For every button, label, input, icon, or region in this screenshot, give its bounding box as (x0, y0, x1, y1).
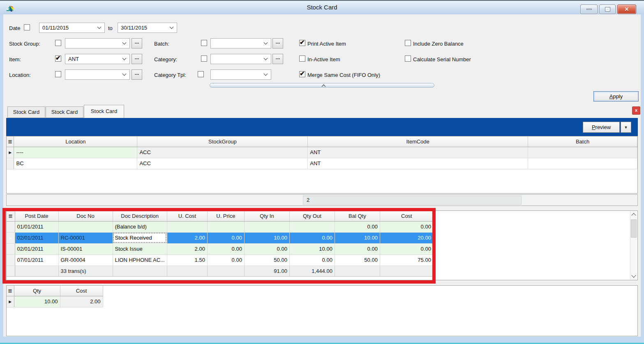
cell-doc-no[interactable]: RC-00001 (58, 232, 113, 243)
date-checkbox[interactable] (24, 24, 30, 30)
category-combo[interactable] (210, 54, 271, 64)
calculate-serial-number-checkbox[interactable] (405, 55, 411, 62)
cell-stockgroup[interactable]: ACC (137, 158, 308, 169)
minimize-button[interactable] (580, 5, 598, 14)
preview-button[interactable]: Preview (583, 122, 620, 133)
cell-location[interactable]: ---- (14, 147, 137, 158)
print-active-item-checkbox[interactable] (299, 40, 305, 46)
cell-cost[interactable]: 0.00 (380, 221, 433, 232)
cell-qty-out[interactable]: 0.00 (289, 254, 335, 266)
row-indicator[interactable] (7, 158, 14, 169)
location-checkbox[interactable] (55, 71, 61, 77)
item-checkbox[interactable] (55, 55, 61, 62)
cell-batch[interactable] (528, 158, 637, 169)
cell-post-date[interactable]: 01/01/2011 (15, 221, 58, 232)
print-active-item-label[interactable]: Print Active Item (307, 41, 346, 47)
grid-corner-icon[interactable]: ≣ (7, 211, 15, 221)
cell-u-cost[interactable]: 2.00 (167, 232, 207, 243)
date-from-combo[interactable]: 01/11/2015 (39, 23, 105, 33)
date-to-combo[interactable]: 30/11/2015 (118, 23, 177, 33)
include-zero-balance-label[interactable]: Include Zero Balance (413, 41, 464, 47)
cell-qty-in[interactable] (244, 221, 289, 232)
cell-doc-no[interactable]: IS-00001 (58, 243, 113, 254)
cell-bal-qty[interactable]: 0.00 (335, 243, 380, 254)
grid-corner-icon[interactable]: ≣ (7, 136, 14, 147)
cell-location[interactable]: BC (14, 158, 137, 169)
merge-same-cost-label[interactable]: Merge Same Cost (FIFO Only) (307, 72, 380, 78)
category-tpl-checkbox[interactable] (198, 71, 204, 77)
include-zero-balance-checkbox[interactable] (405, 40, 411, 46)
item-combo[interactable]: ANT (65, 54, 130, 64)
cell-post-date[interactable]: 07/01/2011 (15, 254, 58, 266)
column-header-location[interactable]: Location (14, 136, 137, 147)
in-active-item-label[interactable]: In-Active Item (307, 56, 340, 62)
grid-corner-icon[interactable]: ≣ (7, 286, 14, 296)
cell-post-date[interactable]: 02/01/2011 (15, 232, 58, 243)
column-header-qty[interactable]: Qty (14, 286, 60, 296)
cell-qty-in[interactable]: 0.00 (244, 243, 289, 254)
cell-itemcode[interactable]: ANT (308, 158, 528, 169)
row-indicator[interactable] (7, 221, 15, 232)
cell-bal-qty[interactable]: 50.00 (335, 254, 380, 266)
column-header-batch[interactable]: Batch (528, 136, 637, 147)
tab-stock-card-3-active[interactable]: Stock Card (84, 105, 124, 118)
column-header-cost[interactable]: Cost (60, 286, 103, 296)
cell-qty-out[interactable]: 0.00 (289, 232, 335, 243)
in-active-item-checkbox[interactable] (299, 55, 305, 62)
cell-qty-out[interactable]: 10.00 (289, 243, 335, 254)
close-button[interactable]: ✕ (617, 5, 636, 14)
cell-u-price[interactable]: 0.00 (207, 243, 244, 254)
tab-stock-card-1[interactable]: Stock Card (7, 106, 45, 118)
column-header-qty-out[interactable]: Qty Out (289, 211, 335, 221)
scroll-up-icon[interactable] (631, 213, 636, 217)
cell-bal-qty[interactable]: 0.00 (335, 221, 380, 232)
column-header-bal-qty[interactable]: Bal Qty (335, 211, 380, 221)
cell-doc-description[interactable]: LION HPHONE AC... (113, 254, 167, 266)
location-browse-button[interactable]: ... (132, 69, 142, 80)
tab-stock-card-2[interactable]: Stock Card (46, 106, 83, 118)
stock-group-browse-button[interactable]: ... (132, 38, 142, 48)
apply-button[interactable]: Apply (593, 91, 639, 102)
column-header-itemcode[interactable]: ItemCode (308, 136, 528, 147)
column-header-u-price[interactable]: U. Price (207, 211, 244, 221)
cell-bal-qty[interactable]: 10.00 (335, 232, 380, 243)
cell-batch[interactable] (528, 147, 637, 158)
cell-itemcode[interactable]: ANT (308, 147, 528, 158)
column-header-u-cost[interactable]: U. Cost (167, 211, 207, 221)
column-header-doc-no[interactable]: Doc No (58, 211, 113, 221)
column-header-stockgroup[interactable]: StockGroup (137, 136, 308, 147)
tab-close-button[interactable]: x (632, 106, 640, 115)
location-combo[interactable] (65, 69, 130, 80)
cell-cost[interactable]: 2.00 (60, 296, 103, 307)
cell-qty-in[interactable]: 10.00 (244, 232, 289, 243)
cell-u-cost[interactable]: 2.00 (167, 243, 207, 254)
stock-group-checkbox[interactable] (55, 40, 61, 46)
cell-doc-no[interactable]: GR-00004 (58, 254, 113, 266)
cell-doc-description[interactable]: Stock Received (113, 232, 167, 243)
merge-same-cost-checkbox[interactable] (299, 71, 305, 77)
cell-stockgroup[interactable]: ACC (137, 147, 308, 158)
calculate-serial-number-label[interactable]: Calculate Serial Number (413, 56, 471, 62)
batch-browse-button[interactable]: ... (272, 38, 283, 48)
category-tpl-combo[interactable] (210, 69, 271, 80)
cell-cost[interactable]: 0.00 (380, 243, 433, 254)
cell-qty-out[interactable] (289, 221, 335, 232)
batch-combo[interactable] (210, 38, 271, 48)
column-header-cost[interactable]: Cost (380, 211, 433, 221)
column-header-post-date[interactable]: Post Date (15, 211, 58, 221)
cell-cost[interactable]: 75.00 (380, 254, 433, 266)
cell-doc-description[interactable]: Stock Issue (113, 243, 167, 254)
cell-u-price[interactable]: 0.00 (207, 232, 244, 243)
batch-checkbox[interactable] (201, 40, 207, 46)
cell-doc-no[interactable] (58, 221, 113, 232)
column-header-qty-in[interactable]: Qty In (244, 211, 289, 221)
stock-group-combo[interactable] (65, 38, 130, 48)
scroll-down-icon[interactable] (631, 273, 636, 277)
cell-u-cost[interactable] (167, 221, 207, 232)
row-indicator[interactable] (7, 254, 15, 266)
category-checkbox[interactable] (201, 55, 207, 62)
cell-doc-description[interactable]: (Balance b/d) (113, 221, 167, 232)
cell-cost[interactable]: 20.00 (380, 232, 433, 243)
filter-collapse-splitter[interactable] (210, 83, 434, 88)
row-indicator[interactable] (7, 243, 15, 254)
